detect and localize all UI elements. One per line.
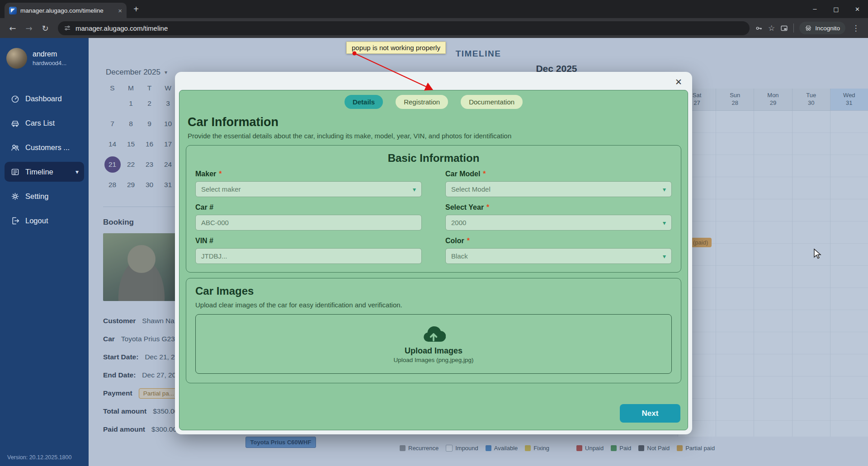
calendar-day[interactable]: 30 bbox=[140, 176, 159, 194]
calendar-day[interactable]: 14 bbox=[103, 135, 122, 153]
calendar-day[interactable]: 28 bbox=[103, 176, 122, 194]
user-handle: hardwood4... bbox=[33, 60, 66, 66]
calendar-day[interactable]: 8 bbox=[122, 115, 140, 133]
maker-select[interactable]: Select maker▾ bbox=[195, 181, 422, 197]
calendar-day[interactable]: 23 bbox=[140, 155, 159, 174]
back-icon[interactable]: ← bbox=[5, 21, 20, 35]
calendar-day[interactable]: 3 bbox=[159, 94, 177, 113]
booking-value: Toyota Prius G23... bbox=[121, 335, 181, 343]
calendar-day[interactable]: 24 bbox=[159, 155, 177, 174]
calendar-day[interactable]: 1 bbox=[122, 94, 140, 113]
user-name: andrem bbox=[33, 50, 66, 58]
calendar-day[interactable]: 9 bbox=[140, 115, 159, 133]
sidebar-menu: DashboardCars ListCustomers ...Timeline▾… bbox=[0, 89, 89, 231]
calendar-day bbox=[103, 94, 122, 113]
maximize-button[interactable]: □ bbox=[826, 0, 847, 18]
booking-label: Payment bbox=[103, 389, 132, 397]
legend-swatch bbox=[446, 445, 453, 452]
sidebar-item-label: Setting bbox=[25, 192, 48, 201]
version-label: Version: 20.12.2025.1800 bbox=[7, 454, 71, 461]
bookmark-star-icon[interactable]: ☆ bbox=[768, 24, 775, 33]
legend-label: Recurrence bbox=[408, 445, 439, 452]
tab-registration[interactable]: Registration bbox=[396, 95, 448, 109]
timeline-icon bbox=[10, 167, 20, 177]
tab-title: manager.alugago.com/timeline bbox=[20, 7, 114, 14]
paid-badge[interactable]: (paid) bbox=[689, 238, 712, 247]
site-favicon bbox=[9, 7, 17, 14]
calendar-day[interactable]: 16 bbox=[140, 135, 159, 153]
field-label: VIN # bbox=[195, 237, 422, 245]
calendar-day[interactable]: 22 bbox=[122, 155, 140, 174]
booking-label: Total amount bbox=[103, 407, 146, 415]
close-icon[interactable]: ✕ bbox=[672, 75, 685, 88]
sidebar-item-label: Logout bbox=[25, 217, 48, 225]
chevron-down-icon: ▾ bbox=[413, 186, 416, 193]
upload-images-dropzone[interactable]: Upload Images Upload Images (png,jpeg,jp… bbox=[195, 314, 672, 374]
sidebar-item-setting[interactable]: Setting bbox=[5, 186, 84, 206]
sidebar-item-customers[interactable]: Customers ... bbox=[5, 137, 84, 157]
calendar-day[interactable]: 7 bbox=[103, 115, 122, 133]
sidebar-item-cars-list[interactable]: Cars List bbox=[5, 113, 84, 133]
tab-strip: manager.alugago.com/timeline × + ─ □ ✕ bbox=[0, 0, 868, 18]
url-bar[interactable]: manager.alugago.com/timeline bbox=[58, 21, 750, 35]
calendar-day[interactable]: 21 bbox=[104, 156, 121, 173]
calendar-day[interactable]: 10 bbox=[159, 115, 177, 133]
calendar-day[interactable]: 2 bbox=[140, 94, 159, 113]
day-header-sun: Sun28 bbox=[716, 89, 754, 110]
legend-item-available: Available bbox=[486, 445, 518, 452]
field-label: Select Year* bbox=[445, 203, 672, 212]
browser-tab[interactable]: manager.alugago.com/timeline × bbox=[5, 3, 127, 18]
chevron-down-icon: ▾ bbox=[663, 186, 666, 193]
chevron-down-icon: ▾ bbox=[75, 168, 79, 175]
car-images-subtitle: Upload clear images of the car for easy … bbox=[195, 301, 672, 309]
passwords-key-icon[interactable] bbox=[755, 24, 763, 32]
selected-value: Select maker bbox=[201, 185, 413, 193]
refresh-icon[interactable]: ↻ bbox=[38, 21, 52, 35]
browser-share-icon[interactable] bbox=[780, 24, 788, 32]
legend-swatch bbox=[525, 445, 531, 451]
car-images-panel: Car Images Upload clear images of the ca… bbox=[186, 278, 681, 383]
sidebar: andrem hardwood4... DashboardCars ListCu… bbox=[0, 38, 89, 466]
calendar-day[interactable]: 29 bbox=[122, 176, 140, 194]
event-bar[interactable]: Toyota Prius C60WHF bbox=[245, 437, 316, 448]
tab-documentation[interactable]: Documentation bbox=[461, 95, 523, 109]
chevron-down-icon: ▾ bbox=[663, 219, 666, 226]
chevron-down-icon: ▾ bbox=[663, 253, 666, 260]
minimize-button[interactable]: ─ bbox=[804, 0, 826, 18]
upload-hint: Upload Images (png,jpeg,jpg) bbox=[393, 357, 473, 363]
vin-input[interactable]: JTDBJ... bbox=[195, 248, 422, 264]
sidebar-item-logout[interactable]: Logout bbox=[5, 211, 84, 231]
calendar-day[interactable]: 31 bbox=[159, 176, 177, 194]
car-model-select[interactable]: Select Model▾ bbox=[445, 181, 672, 197]
car-form-modal: ✕ DetailsRegistrationDocumentation Car I… bbox=[175, 72, 692, 434]
window-close-button[interactable]: ✕ bbox=[847, 0, 868, 18]
field-label: Maker* bbox=[195, 170, 422, 178]
car-input[interactable]: ABC-000 bbox=[195, 215, 422, 231]
sidebar-item-dashboard[interactable]: Dashboard bbox=[5, 89, 84, 108]
weekday-label: S bbox=[103, 84, 122, 92]
select-year-select[interactable]: 2000▾ bbox=[445, 215, 672, 231]
url-text[interactable]: manager.alugago.com/timeline bbox=[75, 24, 744, 32]
upload-title: Upload Images bbox=[405, 346, 462, 356]
tab-details[interactable]: Details bbox=[344, 95, 383, 109]
calendar-day[interactable]: 17 bbox=[159, 135, 177, 153]
forward-icon[interactable]: → bbox=[22, 21, 36, 35]
annotation-note: popup is not working properly bbox=[346, 42, 446, 54]
color-select[interactable]: Black▾ bbox=[445, 248, 672, 264]
basic-information-title: Basic Information bbox=[195, 152, 672, 165]
legend-swatch bbox=[576, 445, 582, 451]
tab-close-icon[interactable]: × bbox=[118, 7, 122, 14]
booking-label: Car bbox=[103, 335, 115, 343]
tune-icon[interactable] bbox=[64, 24, 71, 32]
booking-label: Start Date: bbox=[103, 353, 138, 361]
browser-menu-icon[interactable]: ⋮ bbox=[851, 24, 861, 33]
sidebar-item-timeline[interactable]: Timeline▾ bbox=[5, 162, 84, 182]
sidebar-item-label: Cars List bbox=[25, 119, 55, 127]
calendar-day[interactable]: 15 bbox=[122, 135, 140, 153]
new-tab-button[interactable]: + bbox=[129, 2, 143, 16]
next-button[interactable]: Next bbox=[620, 404, 680, 423]
field-label: Car # bbox=[195, 203, 422, 212]
car-icon bbox=[10, 118, 20, 128]
field-label: Color* bbox=[445, 237, 672, 245]
weekday-label: T bbox=[140, 84, 159, 92]
